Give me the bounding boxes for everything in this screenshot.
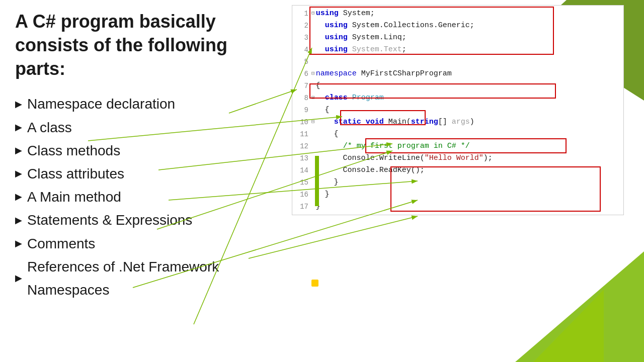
list-item-namespace: Namespace declaration — [15, 93, 277, 116]
code-line-3: 3 using System.Linq; — [292, 32, 623, 44]
code-panel: 1 ⊟ using System; 2 using System.Collect… — [292, 5, 634, 215]
code-line-4: 4 using System.Text; — [292, 44, 623, 56]
left-panel: A C# program basically consists of the f… — [15, 10, 277, 302]
list-item-attributes: Class attributes — [15, 162, 277, 186]
code-line-13: 13 Console.WriteLine("Hello World"); — [292, 152, 623, 164]
green-vertical-bar — [315, 156, 319, 206]
list-item-comments: Comments — [15, 232, 277, 255]
code-line-12: 12 /* my first program in C# */ — [292, 140, 623, 152]
code-line-5: 5 — [292, 56, 623, 68]
code-line-2: 2 using System.Collections.Generic; — [292, 20, 623, 32]
intro-text: A C# program basically consists of the f… — [15, 10, 277, 80]
list-item-statements: Statements & Expressions — [15, 209, 277, 232]
code-line-14: 14 Console.ReadKey(); — [292, 164, 623, 176]
bullet-list: Namespace declaration A class Class meth… — [15, 93, 277, 302]
code-line-17: 17 } — [292, 201, 623, 213]
list-item-main: A Main method — [15, 186, 277, 209]
list-item-methods: Class methods — [15, 139, 277, 162]
yellow-marker — [311, 280, 318, 287]
code-line-1: 1 ⊟ using System; — [292, 8, 623, 20]
code-line-16: 16 } — [292, 189, 623, 201]
code-line-15: 15 } — [292, 176, 623, 189]
code-line-8: 8 ⊟ class Program — [292, 92, 623, 104]
code-line-10: 10 ⊟ static void Main(string[] args) — [292, 116, 623, 128]
bg-decoration-bottom-right2 — [503, 282, 604, 362]
code-line-7: 7 { — [292, 80, 623, 92]
code-editor: 1 ⊟ using System; 2 using System.Collect… — [292, 5, 624, 215]
code-line-11: 11 { — [292, 128, 623, 140]
code-line-6: 6 ⊟ namespace MyFirstCSharpProgram — [292, 68, 623, 80]
code-line-9: 9 { — [292, 104, 623, 116]
list-item-class: A class — [15, 116, 277, 139]
list-item-references: References of .Net Framework Namespaces — [15, 255, 277, 302]
